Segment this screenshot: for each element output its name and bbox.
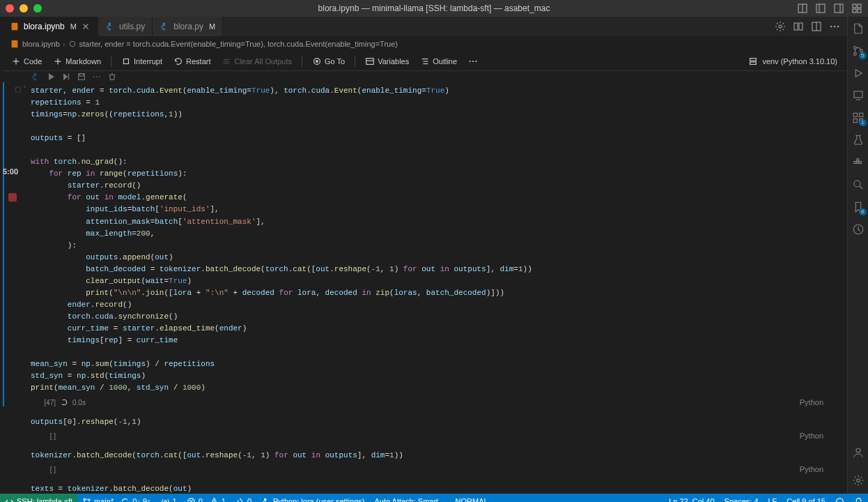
diff-icon[interactable] [793, 21, 804, 32]
source-control-icon[interactable]: 5 [852, 45, 865, 57]
layout-right-icon[interactable] [833, 3, 844, 14]
exec-count: [47] [31, 399, 56, 406]
cursor-position[interactable]: Ln 22, Col 40 [664, 497, 719, 503]
cell-code[interactable]: starter, ender = torch.cuda.Event(enable… [31, 82, 833, 397]
cell-position[interactable]: Cell 9 of 15 [782, 497, 830, 503]
svg-point-40 [475, 60, 476, 61]
remote-explorer-icon[interactable] [852, 89, 865, 102]
python-icon[interactable] [31, 72, 40, 82]
python-env[interactable]: Python: lora (user settings) [256, 494, 369, 502]
svg-point-50 [99, 76, 100, 77]
clear-icon [222, 56, 231, 66]
breadcrumb[interactable]: blora.ipynb › starter, ender = torch.cud… [3, 36, 847, 52]
cell[interactable]: tokenizer.batch_decode(torch.cat([out.re… [3, 447, 847, 473]
plus-icon [53, 56, 63, 66]
cell[interactable]: ▢ ˅ starter, ender = torch.cuda.Event(en… [3, 82, 847, 406]
more-icon [468, 56, 478, 66]
svg-point-52 [853, 47, 856, 50]
collapse-icon[interactable]: ▢ ˅ [15, 85, 26, 93]
title-actions [797, 3, 862, 14]
exec-count: [ ] [31, 432, 56, 440]
account-icon[interactable] [852, 446, 865, 459]
feedback-icon[interactable] [830, 497, 849, 503]
docker-icon[interactable] [852, 156, 865, 169]
more-icon[interactable] [92, 72, 102, 82]
svg-point-32 [316, 60, 318, 62]
indentation[interactable]: Spaces: 4 [720, 497, 764, 503]
svg-rect-15 [799, 23, 803, 30]
ports-indicator[interactable]: 1 [156, 494, 182, 502]
minimize-window-button[interactable] [20, 4, 28, 13]
run-icon[interactable] [46, 72, 56, 82]
settings-icon[interactable] [852, 474, 865, 487]
svg-point-51 [61, 400, 67, 405]
sync-icon [121, 497, 130, 503]
tabbar: blora.ipynb M utils.py blora.py M [3, 17, 847, 36]
close-icon[interactable] [81, 22, 91, 31]
cell[interactable]: outputs[0].reshape(-1,1) [ ] Python [3, 413, 847, 440]
extensions-icon[interactable]: 1 [852, 112, 865, 124]
lint-indicator[interactable]: 0 [231, 494, 256, 502]
git-branch[interactable]: main* 0↓ 9↑ [77, 494, 155, 502]
right-activity-bar: 5 1 8 [847, 17, 868, 494]
search-icon[interactable] [852, 178, 865, 191]
split-icon[interactable] [811, 21, 822, 32]
outline-button[interactable]: Outline [416, 54, 461, 68]
cell-lang[interactable]: Python [31, 432, 833, 440]
cell-toolbar [3, 71, 847, 82]
server-icon [748, 56, 758, 66]
goto-button[interactable]: Go To [308, 54, 349, 68]
gear-icon[interactable] [775, 21, 786, 32]
svg-rect-65 [856, 159, 858, 161]
svg-point-80 [837, 498, 844, 502]
svg-point-49 [96, 76, 98, 77]
timeline-icon[interactable] [852, 223, 865, 236]
cell-lang[interactable]: Python [31, 398, 833, 406]
goto-icon [312, 56, 322, 66]
tab-label: blora.ipynb [24, 22, 65, 31]
interrupt-button[interactable]: Interrupt [117, 54, 166, 68]
restart-button[interactable]: Restart [169, 54, 215, 68]
python-icon [160, 22, 169, 31]
cell-code[interactable]: outputs[0].reshape(-1,1) [31, 413, 833, 431]
cell[interactable]: texts = tokenizer.batch_decode(out) for … [3, 480, 847, 494]
auto-attach[interactable]: Auto Attach: Smart [369, 494, 443, 502]
layout-panel-icon[interactable] [797, 3, 808, 14]
layout-sidebar-icon[interactable] [815, 3, 826, 14]
svg-rect-14 [794, 23, 798, 30]
run-debug-icon[interactable] [852, 67, 865, 79]
files-icon[interactable] [852, 22, 865, 35]
tab-blora-ipynb[interactable]: blora.ipynb M [3, 17, 98, 36]
notebook-scroll[interactable]: ▢ ˅ starter, ender = torch.cuda.Event(en… [3, 82, 847, 494]
run-by-line-icon[interactable] [61, 72, 71, 82]
remote-icon [5, 497, 14, 503]
trash-icon[interactable] [107, 72, 117, 82]
cell-lang[interactable]: Python [31, 465, 833, 473]
tab-utils-py[interactable]: utils.py [98, 17, 153, 36]
eol[interactable]: LF [764, 497, 782, 503]
customize-layout-icon[interactable] [851, 3, 862, 14]
variables-button[interactable]: Variables [361, 54, 413, 68]
add-code-button[interactable]: Code [7, 54, 46, 68]
test-icon[interactable] [852, 134, 865, 146]
problems-indicator[interactable]: 0 1 [182, 494, 231, 502]
clear-outputs-button[interactable]: Clear All Outputs [217, 54, 296, 68]
close-window-button[interactable] [6, 4, 14, 13]
svg-rect-64 [859, 162, 861, 164]
notebook-icon [10, 39, 20, 49]
more-button[interactable] [464, 54, 482, 68]
kernel-selector[interactable]: venv (Python 3.10.10) [748, 56, 843, 66]
outline-icon [420, 56, 430, 66]
maximize-window-button[interactable] [33, 4, 42, 13]
notifications-icon[interactable] [849, 497, 868, 503]
cell-code[interactable]: tokenizer.batch_decode(torch.cat([out.re… [31, 447, 833, 464]
cell-code[interactable]: texts = tokenizer.batch_decode(out) for … [31, 480, 833, 494]
tab-blora-py[interactable]: blora.py M [153, 17, 223, 36]
more-icon[interactable] [829, 21, 840, 32]
remote-indicator[interactable]: SSH: lambda-sft [0, 494, 77, 502]
exec-time: 0.0s [72, 399, 86, 406]
add-markdown-button[interactable]: Markdown [49, 54, 105, 68]
save-icon[interactable] [77, 72, 86, 82]
vim-mode: -- NORMAL -- [443, 494, 499, 502]
bookmarks-icon[interactable]: 8 [852, 201, 865, 213]
